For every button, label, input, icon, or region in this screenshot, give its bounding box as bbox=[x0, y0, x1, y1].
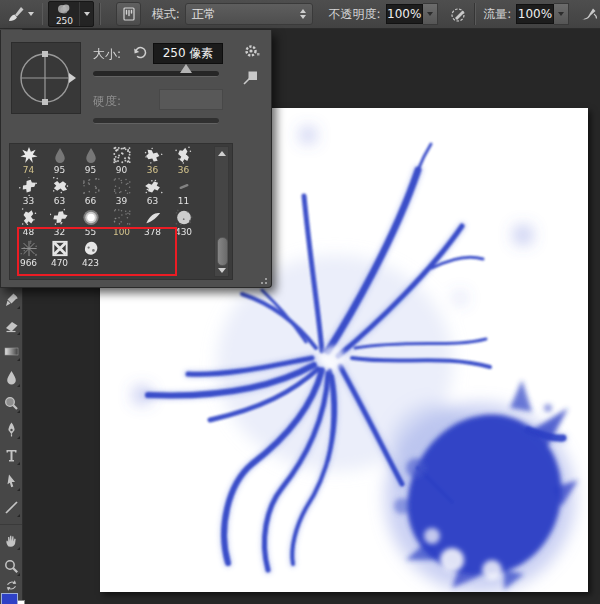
flow-dropdown-arrow[interactable] bbox=[554, 3, 569, 25]
gradient-icon bbox=[3, 343, 20, 360]
flow-input[interactable]: 100% bbox=[516, 4, 553, 24]
brush-preset-picker[interactable]: 250 bbox=[48, 1, 94, 27]
brush-preset-33-6[interactable]: 33 bbox=[13, 177, 44, 208]
brush-shape-icon bbox=[112, 208, 132, 227]
hardness-input-disabled bbox=[159, 89, 223, 110]
brush-preset-48-12[interactable]: 48 bbox=[13, 208, 44, 239]
subtool-arrow-icon bbox=[17, 384, 20, 387]
brush-shape-icon bbox=[19, 239, 39, 258]
brush-size-label: 66 bbox=[85, 196, 96, 206]
blur-icon bbox=[3, 369, 20, 386]
brush-size-input[interactable]: 250 像素 bbox=[153, 43, 223, 64]
reset-size-button[interactable] bbox=[131, 44, 149, 62]
tool-preset-picker[interactable] bbox=[3, 2, 37, 26]
scroll-down-icon[interactable] bbox=[215, 264, 228, 276]
brush-shape-icon bbox=[81, 146, 101, 165]
brush-panel-icon bbox=[121, 6, 137, 22]
brush-tool-icon bbox=[5, 3, 25, 26]
brush-preset-378-16[interactable]: 378 bbox=[137, 208, 168, 239]
brush-size-label: 63 bbox=[54, 196, 65, 206]
brush-preset-36-4[interactable]: 36 bbox=[137, 146, 168, 177]
tool-type[interactable] bbox=[0, 442, 22, 468]
brush-preset-55-14[interactable]: 55 bbox=[75, 208, 106, 239]
separator bbox=[474, 3, 476, 25]
brush-preset-11-11[interactable]: 11 bbox=[168, 177, 199, 208]
panel-resize-grip[interactable] bbox=[257, 274, 267, 284]
tool-path-selection[interactable] bbox=[0, 468, 22, 494]
brush-shape-icon bbox=[174, 177, 194, 196]
pressure-opacity-button[interactable] bbox=[447, 2, 469, 26]
brush-shape-icon bbox=[50, 239, 70, 258]
separator bbox=[99, 3, 101, 25]
brush-shape-icon bbox=[50, 146, 70, 165]
tool-zoom[interactable] bbox=[0, 553, 22, 579]
eraser-icon bbox=[3, 317, 20, 334]
brush-preset-100-15[interactable]: 100 bbox=[106, 208, 137, 239]
chevron-down-icon bbox=[558, 12, 564, 16]
brush-preset-dropdown-arrow[interactable] bbox=[79, 2, 93, 26]
tool-eraser[interactable] bbox=[0, 312, 22, 338]
brush-preset-966-18[interactable]: 966 bbox=[13, 239, 44, 270]
chevron-down-icon bbox=[28, 12, 34, 16]
brush-preset-63-10[interactable]: 63 bbox=[137, 177, 168, 208]
brush-preset-63-7[interactable]: 63 bbox=[44, 177, 75, 208]
brush-preset-430-17[interactable]: 430 bbox=[168, 208, 199, 239]
brush-size-label: 430 bbox=[175, 227, 192, 237]
tool-line[interactable] bbox=[0, 494, 22, 520]
brush-thumbnail-icon bbox=[56, 3, 72, 17]
tool-gradient[interactable] bbox=[0, 338, 22, 364]
brush-grid-scrollbar[interactable] bbox=[214, 146, 229, 277]
brush-preset-423-20[interactable]: 423 bbox=[75, 239, 106, 270]
brush-shape-icon bbox=[19, 146, 39, 165]
airbrush-button[interactable] bbox=[578, 2, 600, 26]
blend-mode-value: 正常 bbox=[192, 6, 216, 23]
tool-dodge[interactable] bbox=[0, 390, 22, 416]
opacity-label: 不透明度: bbox=[329, 6, 381, 23]
brush-size-label: 11 bbox=[178, 196, 189, 206]
toggle-brush-panel-button[interactable] bbox=[116, 2, 140, 26]
size-slider[interactable] bbox=[93, 71, 219, 77]
brush-preset-39-9[interactable]: 39 bbox=[106, 177, 137, 208]
brush-preset-470-19[interactable]: 470 bbox=[44, 239, 75, 270]
brush-preset-74-0[interactable]: 74 bbox=[13, 146, 44, 177]
brush-preset-95-1[interactable]: 95 bbox=[44, 146, 75, 177]
airbrush-icon bbox=[579, 5, 599, 24]
brush-shape-icon bbox=[143, 146, 163, 165]
subtool-arrow-icon bbox=[17, 306, 20, 309]
tool-hand[interactable] bbox=[0, 527, 22, 553]
tool-pen[interactable] bbox=[0, 416, 22, 442]
panel-menu-button[interactable] bbox=[243, 43, 261, 61]
swap-colors-button[interactable] bbox=[0, 579, 22, 592]
foreground-color-swatch[interactable] bbox=[1, 593, 18, 604]
brush-size-label: 55 bbox=[85, 227, 96, 237]
brush-shape-icon bbox=[112, 177, 132, 196]
size-slider-thumb[interactable] bbox=[180, 64, 192, 73]
opacity-dropdown-arrow[interactable] bbox=[423, 3, 438, 25]
tool-blur[interactable] bbox=[0, 364, 22, 390]
blend-mode-select[interactable]: 正常 bbox=[185, 3, 313, 25]
scrollbar-thumb[interactable] bbox=[217, 237, 228, 266]
brush-shape-icon bbox=[50, 177, 70, 196]
tool-group-separator bbox=[0, 520, 22, 525]
brush-preset-95-2[interactable]: 95 bbox=[75, 146, 106, 177]
brush-size-label: 470 bbox=[51, 258, 68, 268]
brush-size-label: 36 bbox=[147, 165, 158, 175]
brush-preset-90-3[interactable]: 90 bbox=[106, 146, 137, 177]
new-brush-preset-button[interactable] bbox=[242, 69, 260, 87]
history-brush-icon bbox=[3, 291, 20, 308]
brush-preset-32-13[interactable]: 32 bbox=[44, 208, 75, 239]
brush-angle-control[interactable] bbox=[11, 42, 81, 114]
subtool-arrow-icon bbox=[17, 332, 20, 335]
brush-shape-icon bbox=[19, 177, 39, 196]
chevron-down-icon bbox=[427, 12, 433, 16]
tool-history-brush[interactable] bbox=[0, 286, 22, 312]
swap-colors-icon bbox=[5, 579, 18, 592]
brush-preset-66-8[interactable]: 66 bbox=[75, 177, 106, 208]
opacity-input[interactable]: 100% bbox=[386, 4, 423, 24]
brush-preset-36-5[interactable]: 36 bbox=[168, 146, 199, 177]
scroll-up-icon[interactable] bbox=[215, 147, 228, 159]
color-swatches bbox=[0, 592, 22, 604]
brush-shape-icon bbox=[174, 146, 194, 165]
subtool-arrow-icon bbox=[17, 514, 20, 517]
brush-grid: 7495959036363363663963114832551003784309… bbox=[9, 143, 233, 280]
